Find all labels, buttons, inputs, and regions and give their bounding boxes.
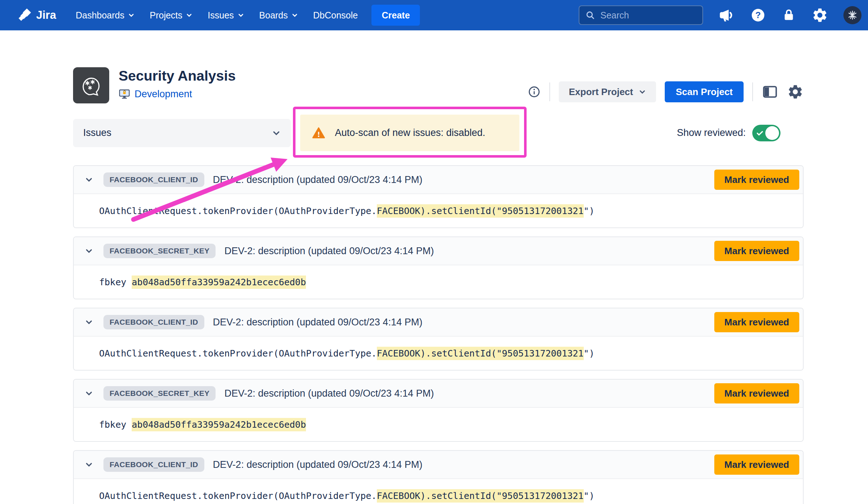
jira-logo-text: Jira [36,9,56,22]
gear-icon[interactable] [812,7,828,24]
issue-code-row: OAuthClientRequest.tokenProvider(OAuthPr… [74,337,803,370]
issue-card: FACEBOOK_SECRET_KEY DEV-2: description (… [73,379,804,442]
svg-text:?: ? [755,10,761,20]
mark-reviewed-button[interactable]: Mark reviewed [714,454,799,475]
chevron-down-icon [272,129,281,137]
show-reviewed-label: Show reviewed: [677,127,746,138]
top-navbar: Jira Dashboards Projects Issues Boards D… [0,0,868,30]
code-highlight: ab048ad50ffa33959a242b1ecec6ed0b [132,418,306,431]
collapse-chevron-icon[interactable] [84,175,94,185]
issue-code: fbkey ab048ad50ffa33959a242b1ecec6ed0b [99,419,306,430]
show-reviewed-toggle[interactable] [752,125,780,141]
chevron-down-icon [238,12,244,18]
mark-reviewed-button[interactable]: Mark reviewed [714,170,799,190]
nav-menu: Dashboards Projects Issues Boards DbCons… [76,10,358,21]
issues-filter-value: Issues [83,127,111,138]
issue-code-row: OAuthClientRequest.tokenProvider(OAuthPr… [74,194,803,227]
announcement-icon[interactable] [718,7,735,24]
collapse-chevron-icon[interactable] [84,460,94,470]
code-highlight: ab048ad50ffa33959a242b1ecec6ed0b [132,276,306,289]
jira-logo[interactable]: Jira [18,8,56,22]
settings-gear-icon[interactable] [787,84,804,100]
nav-item-label: Boards [259,10,288,21]
issue-code: OAuthClientRequest.tokenProvider(OAuthPr… [99,206,595,216]
nav-item-projects[interactable]: Projects [150,10,192,21]
issue-title: DEV-2: description (updated 09/Oct/23 4:… [213,459,422,470]
issue-title: DEV-2: description (updated 09/Oct/23 4:… [213,317,422,328]
warning-text: Auto-scan of new issues: disabled. [335,127,485,138]
chevron-down-icon [128,12,135,18]
issue-code: OAuthClientRequest.tokenProvider(OAuthPr… [99,348,595,359]
issue-code-row: fbkey ab048ad50ffa33959a242b1ecec6ed0b [74,408,803,441]
project-meta: Security Analysis Development [119,67,236,103]
mark-reviewed-button[interactable]: Mark reviewed [714,241,799,261]
export-project-label: Export Project [569,86,633,98]
nav-item-dbconsole[interactable]: DbConsole [313,10,358,21]
nav-item-issues[interactable]: Issues [208,10,244,21]
code-highlight: FACEBOOK).setClientId("950513172001321 [377,489,584,503]
warning-icon [312,126,326,140]
issue-title: DEV-2: description (updated 09/Oct/23 4:… [224,245,434,257]
lock-icon[interactable] [781,8,796,23]
search-icon [585,10,595,20]
project-avatar [73,67,109,103]
chevron-down-icon [639,88,646,95]
auto-scan-warning-banner: Auto-scan of new issues: disabled. [300,115,519,151]
issue-card-header: FACEBOOK_CLIENT_ID DEV-2: description (u… [74,451,803,479]
issue-card-header: FACEBOOK_CLIENT_ID DEV-2: description (u… [74,166,803,194]
project-subtitle: Development [119,88,236,100]
project-category-icon [119,88,130,100]
code-highlight: FACEBOOK).setClientId("950513172001321 [377,204,584,218]
help-icon[interactable]: ? [750,7,766,23]
code-highlight: FACEBOOK).setClientId("950513172001321 [377,347,584,360]
issues-filter-select[interactable]: Issues [73,119,291,147]
issue-card-header: FACEBOOK_SECRET_KEY DEV-2: description (… [74,237,803,265]
issue-card: FACEBOOK_CLIENT_ID DEV-2: description (u… [73,450,804,504]
header-actions: Export Project Scan Project [528,81,804,102]
jira-logo-icon [18,8,33,22]
divider [549,82,550,101]
nav-item-boards[interactable]: Boards [259,10,298,21]
issue-code-row: fbkey ab048ad50ffa33959a242b1ecec6ed0b [74,265,803,299]
issue-card-header: FACEBOOK_SECRET_KEY DEV-2: description (… [74,380,803,408]
project-link[interactable]: Development [135,89,192,100]
nav-item-label: Dashboards [76,10,124,21]
page-title: Security Analysis [119,68,236,84]
issue-code: fbkey ab048ad50ffa33959a242b1ecec6ed0b [99,277,306,287]
nav-right: ? [579,5,861,25]
scan-project-button[interactable]: Scan Project [665,81,744,102]
issue-type-badge: FACEBOOK_SECRET_KEY [103,244,216,258]
filter-row: Issues Auto-scan of new issues: disabled… [73,115,804,151]
export-project-button[interactable]: Export Project [559,81,656,102]
issue-code-row: OAuthClientRequest.tokenProvider(OAuthPr… [74,479,803,504]
collapse-chevron-icon[interactable] [84,388,94,398]
main-content: Security Analysis Development Export Pro… [73,67,804,504]
issue-code: OAuthClientRequest.tokenProvider(OAuthPr… [99,491,595,501]
create-button[interactable]: Create [371,5,420,26]
toggle-knob [765,126,779,140]
nav-search[interactable] [579,5,703,25]
chevron-down-icon [186,12,192,18]
issue-card: FACEBOOK_CLIENT_ID DEV-2: description (u… [73,165,804,228]
issue-type-badge: FACEBOOK_SECRET_KEY [103,386,216,401]
mark-reviewed-button[interactable]: Mark reviewed [714,383,799,403]
collapse-chevron-icon[interactable] [84,246,94,256]
issue-title: DEV-2: description (updated 09/Oct/23 4:… [213,174,422,185]
nav-item-label: DbConsole [313,10,358,21]
user-avatar[interactable] [843,6,861,24]
chevron-down-icon [292,12,298,18]
issue-list: FACEBOOK_CLIENT_ID DEV-2: description (u… [73,165,804,504]
collapse-chevron-icon[interactable] [84,317,94,327]
issue-type-badge: FACEBOOK_CLIENT_ID [103,457,204,472]
issue-title: DEV-2: description (updated 09/Oct/23 4:… [224,388,434,399]
nav-item-dashboards[interactable]: Dashboards [76,10,135,21]
nav-item-label: Projects [150,10,182,21]
nav-item-label: Issues [208,10,234,21]
layout-panel-icon[interactable] [762,84,778,100]
divider [752,82,753,101]
search-input[interactable] [600,10,697,21]
mark-reviewed-button[interactable]: Mark reviewed [714,312,799,332]
issue-type-badge: FACEBOOK_CLIENT_ID [103,172,204,187]
project-header: Security Analysis Development Export Pro… [73,67,804,103]
info-icon[interactable] [528,85,541,98]
